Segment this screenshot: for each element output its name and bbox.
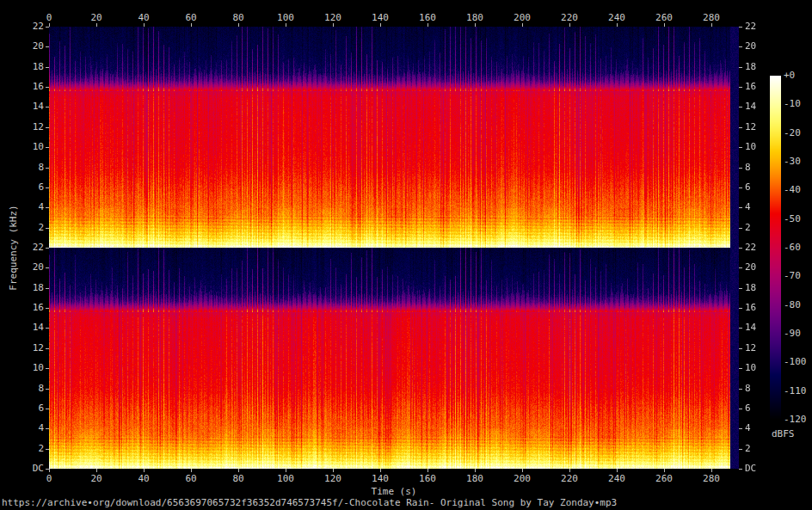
freq-tick-label: 18 xyxy=(19,283,44,293)
spectrogram-figure: Frequency (kHz) Time (s) dBFS https://ar… xyxy=(0,0,812,510)
freq-tick-right xyxy=(739,168,742,169)
time-tick-label: 120 xyxy=(324,474,341,484)
freq-tick-left xyxy=(46,428,49,429)
freq-tick-left xyxy=(46,469,49,470)
freq-tick-label: 8 xyxy=(19,384,44,394)
colorbar-tick-label: -20 xyxy=(784,128,801,138)
freq-tick-left xyxy=(46,107,49,108)
time-tick-label: 0 xyxy=(46,13,52,23)
time-tick-top xyxy=(522,23,523,27)
freq-tick-label: 4 xyxy=(745,423,751,433)
time-tick-top xyxy=(475,23,476,27)
freq-tick-label: 6 xyxy=(19,403,44,414)
time-tick-bottom xyxy=(191,469,192,472)
freq-tick-left xyxy=(46,127,49,128)
freq-tick-left xyxy=(46,248,49,249)
colorbar-tick-label: -80 xyxy=(784,300,801,310)
freq-tick-left xyxy=(46,389,49,390)
time-tick-top xyxy=(191,23,192,27)
freq-tick-label: 8 xyxy=(745,384,751,394)
time-tick-label: 260 xyxy=(655,474,673,484)
freq-tick-left xyxy=(46,207,49,208)
time-tick-label: 160 xyxy=(419,474,436,484)
freq-tick-label: 12 xyxy=(19,343,44,353)
freq-tick-label: 20 xyxy=(745,262,756,273)
freq-tick-right xyxy=(739,207,742,208)
time-tick-label: 280 xyxy=(703,13,720,23)
time-tick-label: 280 xyxy=(703,474,720,484)
time-tick-label: 220 xyxy=(561,13,578,23)
freq-tick-left xyxy=(46,288,49,289)
time-tick-top xyxy=(238,23,239,27)
y-axis-title: Frequency (kHz) xyxy=(8,205,19,290)
freq-tick-right xyxy=(739,449,742,450)
freq-tick-right xyxy=(739,107,742,108)
time-tick-label: 180 xyxy=(466,474,483,484)
freq-tick-right xyxy=(739,288,742,289)
time-tick-bottom xyxy=(286,469,286,472)
time-tick-label: 220 xyxy=(561,474,578,484)
time-tick-top xyxy=(49,23,50,27)
freq-tick-label: 20 xyxy=(19,262,44,273)
freq-tick-label: 12 xyxy=(19,122,44,132)
freq-tick-right xyxy=(739,248,742,249)
freq-tick-label: 10 xyxy=(19,363,44,373)
freq-tick-label: DC xyxy=(745,464,756,474)
freq-tick-label: 8 xyxy=(745,163,751,173)
time-tick-label: 100 xyxy=(277,13,294,23)
time-tick-bottom xyxy=(617,469,618,472)
freq-tick-right xyxy=(739,46,742,47)
colorbar-tick-label: +0 xyxy=(784,71,795,81)
colorbar-unit-label: dBFS xyxy=(772,428,795,439)
time-tick-label: 60 xyxy=(185,13,196,23)
freq-tick-right xyxy=(739,187,742,188)
freq-tick-label: 22 xyxy=(745,243,756,253)
freq-tick-label: DC xyxy=(19,464,44,474)
time-tick-top xyxy=(96,23,97,27)
freq-tick-label: 4 xyxy=(19,423,44,433)
time-tick-bottom xyxy=(380,469,381,472)
source-url: https://archive•org/download/65636970657… xyxy=(2,497,617,508)
freq-tick-label: 4 xyxy=(745,202,751,212)
freq-tick-label: 22 xyxy=(19,243,44,253)
freq-tick-right xyxy=(739,67,742,68)
time-tick-top xyxy=(711,23,712,27)
time-tick-bottom xyxy=(475,469,476,472)
spectrogram-canvas xyxy=(49,27,739,469)
freq-tick-label: 2 xyxy=(19,444,44,454)
freq-tick-label: 10 xyxy=(19,142,44,152)
freq-tick-label: 10 xyxy=(745,142,756,152)
freq-tick-label: 16 xyxy=(19,303,44,313)
colorbar-tick-label: -110 xyxy=(784,386,807,396)
freq-tick-right xyxy=(739,469,742,470)
freq-tick-label: 20 xyxy=(19,41,44,52)
freq-tick-label: 22 xyxy=(19,22,44,32)
freq-tick-label: 6 xyxy=(19,182,44,193)
freq-tick-left xyxy=(46,368,49,369)
freq-tick-left xyxy=(46,147,49,148)
freq-tick-label: 2 xyxy=(745,223,751,233)
freq-tick-label: 4 xyxy=(19,202,44,212)
freq-tick-label: 12 xyxy=(745,122,756,132)
colorbar-tick-label: -70 xyxy=(784,271,801,281)
time-tick-label: 100 xyxy=(277,474,294,484)
time-tick-label: 240 xyxy=(608,13,625,23)
time-tick-label: 80 xyxy=(232,474,243,484)
freq-tick-label: 14 xyxy=(19,101,44,112)
freq-tick-label: 8 xyxy=(19,163,44,173)
time-tick-label: 240 xyxy=(608,474,625,484)
time-tick-top xyxy=(617,23,618,27)
time-tick-label: 20 xyxy=(90,13,102,23)
freq-tick-label: 6 xyxy=(745,182,751,193)
time-tick-label: 0 xyxy=(46,474,52,484)
freq-tick-label: 14 xyxy=(19,323,44,333)
freq-tick-right xyxy=(739,147,742,148)
freq-tick-label: 2 xyxy=(745,444,751,454)
freq-tick-left xyxy=(46,67,49,68)
freq-tick-left xyxy=(46,348,49,349)
time-tick-bottom xyxy=(569,469,570,472)
time-tick-label: 180 xyxy=(466,13,483,23)
freq-tick-right xyxy=(739,428,742,429)
time-tick-label: 120 xyxy=(324,13,341,23)
freq-tick-right xyxy=(739,87,742,88)
